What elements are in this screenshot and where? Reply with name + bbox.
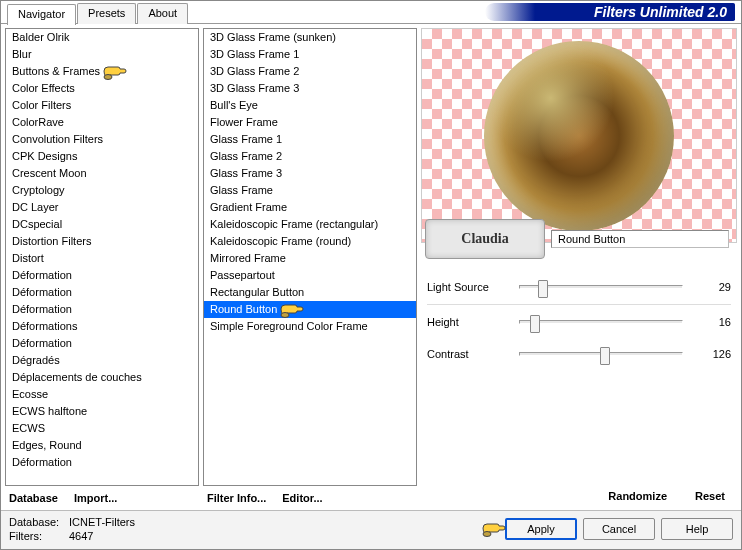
- tab-about[interactable]: About: [137, 3, 188, 24]
- database-button[interactable]: Database: [9, 492, 58, 504]
- filter-name-label: Round Button: [551, 230, 729, 248]
- category-item[interactable]: Convolution Filters: [6, 131, 198, 148]
- import-button[interactable]: Import...: [74, 492, 117, 504]
- apply-button[interactable]: Apply: [505, 518, 577, 540]
- category-item[interactable]: DC Layer: [6, 199, 198, 216]
- category-item[interactable]: Déformation: [6, 301, 198, 318]
- app-title: Filters Unlimited 2.0: [485, 3, 735, 21]
- category-item[interactable]: Color Filters: [6, 97, 198, 114]
- category-item[interactable]: Edges, Round: [6, 437, 198, 454]
- category-item[interactable]: Ecosse: [6, 386, 198, 403]
- filter-item[interactable]: Passepartout: [204, 267, 416, 284]
- param-row: Contrast126: [427, 338, 731, 370]
- category-item[interactable]: Distort: [6, 250, 198, 267]
- finger-icon: [279, 303, 303, 317]
- finger-icon: [481, 522, 505, 536]
- watermark-badge: Claudia: [425, 219, 545, 259]
- filter-item[interactable]: Bull's Eye: [204, 97, 416, 114]
- filter-item[interactable]: 3D Glass Frame 3: [204, 80, 416, 97]
- filter-item[interactable]: 3D Glass Frame 1: [204, 46, 416, 63]
- filter-item[interactable]: 3D Glass Frame 2: [204, 63, 416, 80]
- category-item[interactable]: ColorRave: [6, 114, 198, 131]
- param-label: Light Source: [427, 281, 511, 293]
- filter-item[interactable]: Glass Frame 2: [204, 148, 416, 165]
- category-item[interactable]: Déformation: [6, 335, 198, 352]
- cancel-button[interactable]: Cancel: [583, 518, 655, 540]
- param-label: Height: [427, 316, 511, 328]
- filter-info-button[interactable]: Filter Info...: [207, 492, 266, 504]
- tab-navigator[interactable]: Navigator: [7, 4, 76, 25]
- param-row: Height16: [427, 306, 731, 338]
- editor-button[interactable]: Editor...: [282, 492, 322, 504]
- category-item[interactable]: Distortion Filters: [6, 233, 198, 250]
- filter-item[interactable]: Kaleidoscopic Frame (rectangular): [204, 216, 416, 233]
- param-label: Contrast: [427, 348, 511, 360]
- preview-sphere: [484, 41, 674, 231]
- category-list[interactable]: Balder OlrikBlurButtons & FramesColor Ef…: [5, 28, 199, 486]
- filter-item[interactable]: Gradient Frame: [204, 199, 416, 216]
- category-item[interactable]: Déplacements de couches: [6, 369, 198, 386]
- help-button[interactable]: Help: [661, 518, 733, 540]
- randomize-button[interactable]: Randomize: [608, 490, 667, 502]
- filter-item[interactable]: Simple Foreground Color Frame: [204, 318, 416, 335]
- tabs: Navigator Presets About: [1, 1, 189, 24]
- param-value: 29: [691, 281, 731, 293]
- svg-point-1: [281, 313, 289, 318]
- param-slider[interactable]: [519, 352, 683, 356]
- filter-item[interactable]: Glass Frame: [204, 182, 416, 199]
- filter-item[interactable]: Flower Frame: [204, 114, 416, 131]
- param-value: 126: [691, 348, 731, 360]
- tab-presets[interactable]: Presets: [77, 3, 136, 24]
- slider-thumb[interactable]: [538, 280, 548, 298]
- svg-point-2: [483, 532, 491, 537]
- slider-thumb[interactable]: [600, 347, 610, 365]
- filter-item[interactable]: Rectangular Button: [204, 284, 416, 301]
- category-item[interactable]: Déformations: [6, 318, 198, 335]
- category-item[interactable]: DCspecial: [6, 216, 198, 233]
- filter-item[interactable]: Mirrored Frame: [204, 250, 416, 267]
- filter-item[interactable]: Glass Frame 1: [204, 131, 416, 148]
- category-item[interactable]: Déformation: [6, 267, 198, 284]
- svg-point-0: [104, 75, 112, 80]
- category-item[interactable]: Cryptology: [6, 182, 198, 199]
- preview: [421, 28, 737, 243]
- filter-list[interactable]: 3D Glass Frame (sunken)3D Glass Frame 13…: [203, 28, 417, 486]
- finger-icon: [102, 65, 126, 79]
- status-bar: Database:ICNET-Filters Filters:4647: [9, 515, 135, 543]
- param-row: Light Source29: [427, 271, 731, 303]
- parameters-panel: Light Source29Height16Contrast126: [421, 263, 737, 484]
- param-slider[interactable]: [519, 320, 683, 324]
- param-value: 16: [691, 316, 731, 328]
- category-item[interactable]: Déformation: [6, 284, 198, 301]
- filter-item[interactable]: 3D Glass Frame (sunken): [204, 29, 416, 46]
- category-item[interactable]: ECWS: [6, 420, 198, 437]
- category-item[interactable]: ECWS halftone: [6, 403, 198, 420]
- category-item[interactable]: Balder Olrik: [6, 29, 198, 46]
- category-item[interactable]: Crescent Moon: [6, 165, 198, 182]
- filter-item[interactable]: Round Button: [204, 301, 416, 318]
- filter-item[interactable]: Kaleidoscopic Frame (round): [204, 233, 416, 250]
- category-item[interactable]: Buttons & Frames: [6, 63, 198, 80]
- category-item[interactable]: Dégradés: [6, 352, 198, 369]
- category-item[interactable]: CPK Designs: [6, 148, 198, 165]
- reset-button[interactable]: Reset: [695, 490, 725, 502]
- slider-thumb[interactable]: [530, 315, 540, 333]
- filter-item[interactable]: Glass Frame 3: [204, 165, 416, 182]
- category-item[interactable]: Déformation: [6, 454, 198, 471]
- param-slider[interactable]: [519, 285, 683, 289]
